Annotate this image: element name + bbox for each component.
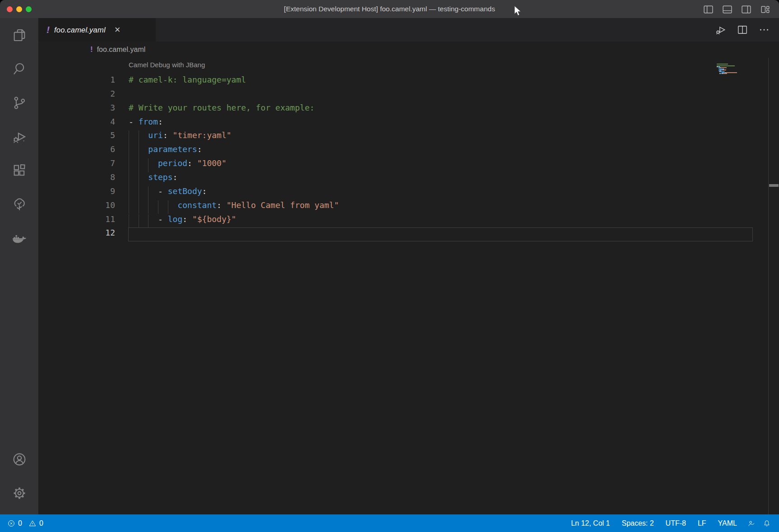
line-number: 2 [38, 89, 115, 98]
sidebar-item-explorer[interactable] [0, 18, 38, 52]
line-number: 4 [38, 117, 115, 126]
git-branch-icon [12, 95, 27, 111]
window-title: [Extension Development Host] foo.camel.y… [0, 5, 779, 13]
feedback-button[interactable] [743, 519, 760, 527]
close-window-button[interactable] [7, 6, 13, 12]
feedback-icon [747, 519, 756, 527]
eol-status[interactable]: LF [692, 519, 712, 527]
code-line[interactable]: 10 constant: "Hello Camel from yaml" [38, 200, 716, 214]
breadcrumb[interactable]: ! foo.camel.yaml [38, 42, 779, 58]
line-number: 1 [38, 75, 115, 84]
files-icon [12, 28, 27, 43]
error-count: 0 [18, 519, 22, 527]
account-button[interactable] [0, 442, 38, 476]
code-text: - setBody: [129, 186, 207, 196]
titlebar[interactable]: [Extension Development Host] foo.camel.y… [0, 0, 779, 18]
more-actions-icon[interactable] [758, 24, 770, 36]
problems-status[interactable]: 0 0 [5, 519, 45, 527]
sidebar-item-testing-tree[interactable] [0, 187, 38, 221]
toggle-secondary-sidebar-icon[interactable] [741, 4, 752, 15]
code-line[interactable]: 7 period: "1000" [38, 158, 716, 172]
code-line[interactable]: 3# Write your routes here, for example: [38, 103, 716, 117]
line-number: 9 [38, 186, 115, 196]
yaml-file-icon: ! [90, 45, 93, 54]
gear-icon [12, 486, 27, 501]
sidebar-item-search[interactable] [0, 52, 38, 86]
line-number: 12 [38, 228, 115, 237]
current-line-highlight [128, 227, 753, 241]
code-text: constant: "Hello Camel from yaml" [129, 200, 339, 210]
breadcrumb-file-label[interactable]: foo.camel.yaml [97, 46, 146, 54]
code-line[interactable]: 4- from: [38, 117, 716, 131]
customize-layout-icon[interactable] [760, 4, 771, 15]
minimap-line [717, 64, 728, 65]
code-text: # Write your routes here, for example: [129, 103, 315, 112]
toggle-primary-sidebar-icon[interactable] [703, 4, 714, 15]
debug-alt-icon [12, 129, 27, 144]
tab-foo-camel-yaml[interactable]: ! foo.camel.yaml × [38, 18, 156, 42]
line-number: 3 [38, 103, 115, 112]
line-number: 10 [38, 200, 115, 210]
language-mode-status[interactable]: YAML [712, 519, 743, 527]
activity-bar [0, 18, 38, 514]
tab-label: foo.camel.yaml [54, 26, 106, 34]
code-line[interactable]: 2 [38, 89, 716, 103]
line-number: 8 [38, 172, 115, 182]
settings-button[interactable] [0, 476, 38, 510]
code-line[interactable]: 1# camel-k: language=yaml [38, 75, 716, 89]
status-bar: 0 0 Ln 12, Col 1 Spaces: 2 UTF-8 LF YAML [0, 514, 779, 532]
docker-whale-icon [12, 231, 27, 246]
overview-cursor-marker [769, 184, 779, 187]
code-text: parameters: [129, 144, 202, 154]
split-editor-icon[interactable] [737, 24, 748, 36]
cursor-position-status[interactable]: Ln 12, Col 1 [565, 519, 616, 527]
account-icon [12, 452, 27, 467]
code-text: - log: "${body}" [129, 214, 236, 224]
code-line[interactable]: 8 steps: [38, 172, 716, 186]
tree-check-icon [12, 197, 27, 212]
error-icon [7, 519, 15, 527]
toggle-panel-icon[interactable] [722, 4, 733, 15]
sidebar-item-source-control[interactable] [0, 86, 38, 120]
code-line[interactable]: 5 uri: "timer:yaml" [38, 130, 716, 144]
tab-bar: ! foo.camel.yaml × [38, 18, 779, 42]
overview-ruler-scrollbar[interactable] [768, 58, 779, 514]
warning-count: 0 [39, 519, 43, 527]
mouse-cursor [514, 5, 524, 17]
extensions-icon [12, 163, 27, 178]
code-text: - from: [129, 117, 163, 126]
code-editor[interactable]: Camel Debug with JBang 1# camel-k: langu… [38, 58, 779, 514]
notifications-button[interactable] [760, 519, 774, 527]
minimap[interactable] [714, 58, 768, 514]
run-or-debug-icon[interactable] [715, 24, 727, 36]
codelens-camel-debug[interactable]: Camel Debug with JBang [129, 61, 205, 69]
line-number: 11 [38, 214, 115, 224]
tab-close-icon[interactable]: × [115, 25, 121, 35]
code-text: steps: [129, 172, 177, 182]
encoding-status[interactable]: UTF-8 [660, 519, 692, 527]
sidebar-item-extensions[interactable] [0, 153, 38, 187]
code-line[interactable]: 11 - log: "${body}" [38, 214, 716, 228]
window-controls [7, 6, 32, 12]
minimize-window-button[interactable] [16, 6, 22, 12]
code-line[interactable]: 6 parameters: [38, 144, 716, 158]
yaml-file-icon: ! [46, 24, 50, 35]
line-number: 7 [38, 158, 115, 168]
code-text: uri: "timer:yaml" [129, 130, 232, 140]
line-number: 5 [38, 130, 115, 140]
bell-icon [763, 519, 771, 527]
sidebar-item-run-and-debug[interactable] [0, 120, 38, 153]
sidebar-item-docker[interactable] [0, 221, 38, 255]
code-line[interactable]: 9 - setBody: [38, 186, 716, 200]
code-text: # camel-k: language=yaml [129, 75, 246, 84]
search-icon [12, 61, 27, 77]
minimap-line [717, 73, 727, 74]
indentation-status[interactable]: Spaces: 2 [616, 519, 659, 527]
zoom-window-button[interactable] [26, 6, 32, 12]
vscode-window: [Extension Development Host] foo.camel.y… [0, 0, 779, 532]
code-text: period: "1000" [129, 158, 227, 168]
line-number: 6 [38, 144, 115, 154]
warning-icon [28, 519, 37, 527]
